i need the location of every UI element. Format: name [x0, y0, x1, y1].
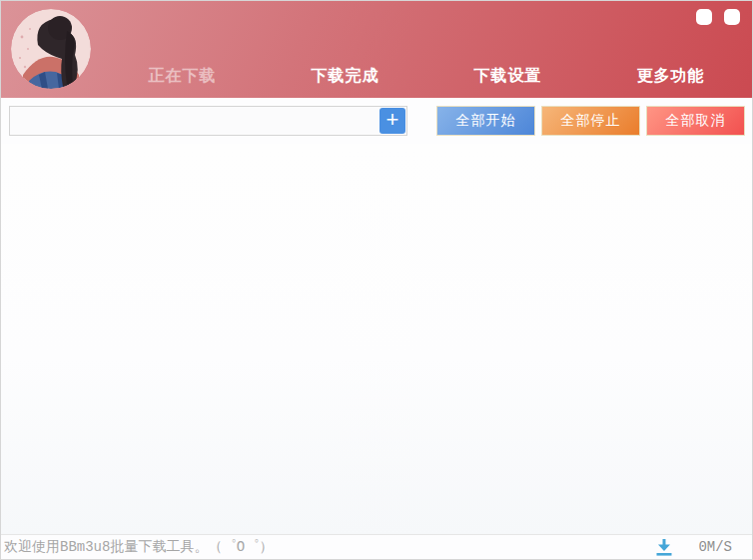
url-input-wrap: +	[9, 106, 407, 136]
speed-value: 0M/S	[698, 539, 732, 555]
start-all-button[interactable]: 全部开始	[436, 106, 535, 136]
tab-downloading[interactable]: 正在下载	[101, 60, 264, 98]
speed-area: 0M/S	[654, 538, 732, 556]
avatar[interactable]	[11, 9, 91, 89]
avatar-illustration	[11, 9, 91, 89]
download-arrow-icon	[654, 538, 674, 556]
nav-tabs: 正在下载 下载完成 下载设置 更多功能	[101, 60, 752, 98]
add-task-button[interactable]: +	[379, 108, 405, 134]
app-window: 正在下载 下载完成 下载设置 更多功能 + 全部开始 全部停止 全部取消 欢迎使…	[0, 0, 753, 560]
window-controls	[696, 9, 740, 25]
minimize-button[interactable]	[696, 9, 712, 25]
tab-settings[interactable]: 下载设置	[426, 60, 589, 98]
download-list-area	[1, 144, 752, 534]
tab-more-features[interactable]: 更多功能	[589, 60, 752, 98]
bulk-action-buttons: 全部开始 全部停止 全部取消	[436, 106, 745, 136]
stop-all-button[interactable]: 全部停止	[541, 106, 640, 136]
url-input[interactable]	[10, 107, 406, 135]
status-bar: 欢迎使用BBm3u8批量下载工具。（゜O゜） 0M/S	[1, 534, 752, 559]
close-button[interactable]	[724, 9, 740, 25]
cancel-all-button[interactable]: 全部取消	[646, 106, 745, 136]
app-header: 正在下载 下载完成 下载设置 更多功能	[1, 1, 752, 98]
welcome-text: 欢迎使用BBm3u8批量下载工具。（゜O゜）	[4, 538, 273, 556]
tab-completed[interactable]: 下载完成	[264, 60, 426, 98]
toolbar: + 全部开始 全部停止 全部取消	[1, 98, 752, 144]
